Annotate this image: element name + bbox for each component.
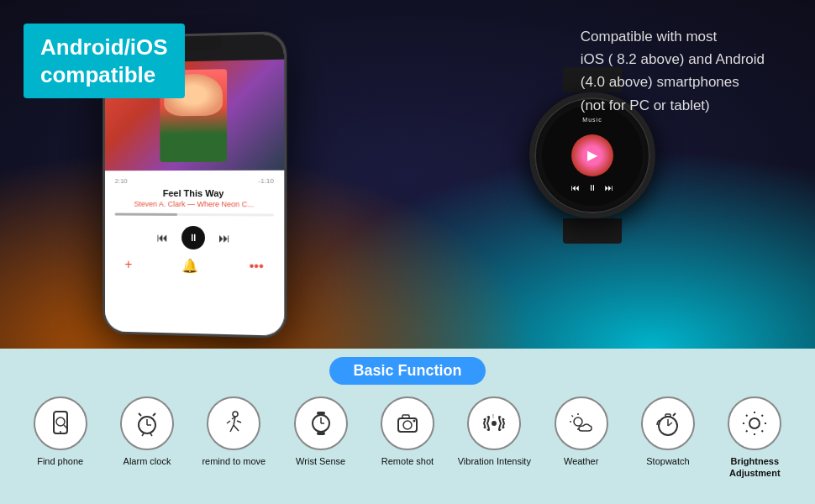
func-remote-shot: Remote shot [364, 396, 450, 480]
song-title: Feel This Way [115, 188, 274, 198]
brightness-icon-circle [728, 396, 781, 450]
remote-shot-icon-circle [381, 396, 434, 450]
add-row: + 🔔 ••• [115, 254, 274, 279]
add-icon: + [124, 257, 132, 273]
progress-fill [115, 213, 177, 216]
svg-line-38 [673, 413, 676, 416]
weather-label: Weather [564, 455, 598, 467]
svg-line-16 [237, 421, 241, 423]
remote-shot-icon [392, 408, 423, 438]
svg-rect-25 [402, 415, 409, 418]
svg-point-29 [574, 417, 582, 426]
vibration-intensity-icon: ! [479, 408, 509, 438]
svg-line-15 [227, 421, 230, 423]
svg-line-46 [762, 415, 764, 417]
bottom-section: Basic Function Find phone [0, 349, 815, 504]
svg-point-39 [749, 418, 760, 428]
alarm-clock-icon [132, 408, 162, 438]
weather-icon [566, 408, 597, 438]
svg-rect-22 [317, 412, 325, 415]
svg-line-33 [571, 416, 573, 417]
svg-point-24 [403, 421, 412, 429]
compatibility-description: Compatible with most iOS ( 8.2 above) an… [581, 25, 765, 117]
playback-controls: ⏮ ⏸ ⏭ [115, 220, 274, 255]
alarm-clock-label: Alarm clock [124, 455, 171, 467]
title-box: Android/iOS compatible [24, 24, 185, 98]
find-phone-icon [45, 408, 76, 438]
watch-album-art: ▶ [571, 134, 613, 176]
stopwatch-icon-circle [641, 396, 695, 450]
svg-text:!: ! [492, 413, 494, 419]
basic-function-badge: Basic Function [329, 357, 485, 385]
music-info: 2:10 -1:10 Feel This Way Steven A. Clark… [105, 171, 284, 336]
watch-prev-icon: ⏮ [571, 183, 580, 192]
func-wrist-sense: Wrist Sense [277, 396, 364, 480]
svg-line-9 [142, 433, 144, 436]
progress-bar [115, 213, 274, 217]
wrist-sense-label: Wrist Sense [296, 455, 345, 467]
brightness-icon [739, 408, 770, 438]
alarm-clock-icon-circle [120, 396, 174, 450]
pause-button[interactable]: ⏸ [181, 226, 205, 249]
share-icon: 🔔 [181, 258, 198, 274]
more-icon: ••• [250, 259, 264, 275]
func-vibration-intensity: ! Vibration Intensity [451, 396, 538, 480]
svg-line-14 [234, 425, 239, 431]
watch-band-bottom [563, 218, 622, 244]
svg-rect-37 [665, 414, 670, 417]
svg-line-44 [746, 415, 748, 417]
func-stopwatch: Stopwatch [624, 396, 711, 480]
watch-screen: Music ▶ ⏮ ⏸ ⏭ [542, 105, 643, 206]
watch-play-icon: ▶ [587, 147, 597, 163]
svg-point-11 [233, 412, 238, 417]
page-title: Android/iOS compatible [40, 34, 168, 88]
stopwatch-icon [653, 408, 683, 438]
svg-point-1 [56, 417, 65, 426]
stopwatch-label: Stopwatch [646, 455, 689, 467]
remind-to-move-label: remind to move [202, 455, 266, 467]
svg-line-47 [746, 431, 748, 433]
watch-music-label: Music [582, 117, 602, 123]
svg-line-45 [762, 431, 764, 433]
find-phone-label: Find phone [37, 455, 83, 467]
watch-pause-icon: ⏸ [588, 183, 597, 192]
find-phone-icon-circle [34, 396, 87, 450]
watch-next-icon: ⏭ [605, 183, 613, 192]
time-remaining: -1:10 [258, 177, 274, 185]
func-weather: Weather [538, 396, 624, 480]
brightness-adjustment-label: Brightness Adjustment [712, 455, 798, 480]
func-brightness-adjustment: Brightness Adjustment [712, 396, 798, 480]
func-alarm-clock: Alarm clock [103, 396, 190, 480]
func-find-phone: Find phone [17, 396, 103, 480]
svg-rect-21 [317, 432, 325, 435]
vibration-intensity-label: Vibration Intensity [458, 455, 531, 467]
fast-forward-icon: ⏭ [218, 231, 230, 244]
remind-to-move-icon-circle [207, 396, 260, 450]
weather-icon-circle [555, 396, 608, 450]
time-row: 2:10 -1:10 [115, 177, 274, 185]
func-remind-to-move: remind to move [191, 396, 277, 480]
vibration-intensity-icon-circle: ! [467, 396, 521, 450]
artist-name: Steven A. Clark — Where Neon C... [115, 200, 274, 209]
svg-line-13 [230, 425, 234, 432]
wrist-sense-icon [306, 408, 336, 438]
remote-shot-label: Remote shot [381, 455, 434, 467]
remind-to-move-icon [218, 408, 249, 438]
wrist-sense-icon-circle [294, 396, 348, 450]
top-section: Android/iOS compatible Compatible with m… [0, 0, 815, 349]
svg-line-10 [150, 433, 152, 436]
svg-line-7 [139, 413, 141, 416]
functions-row: Find phone Alarm clock [0, 396, 815, 480]
svg-point-26 [413, 420, 415, 423]
time-elapsed: 2:10 [115, 177, 128, 185]
svg-line-8 [153, 413, 155, 416]
rewind-icon: ⏮ [156, 231, 168, 244]
svg-point-27 [492, 421, 497, 426]
